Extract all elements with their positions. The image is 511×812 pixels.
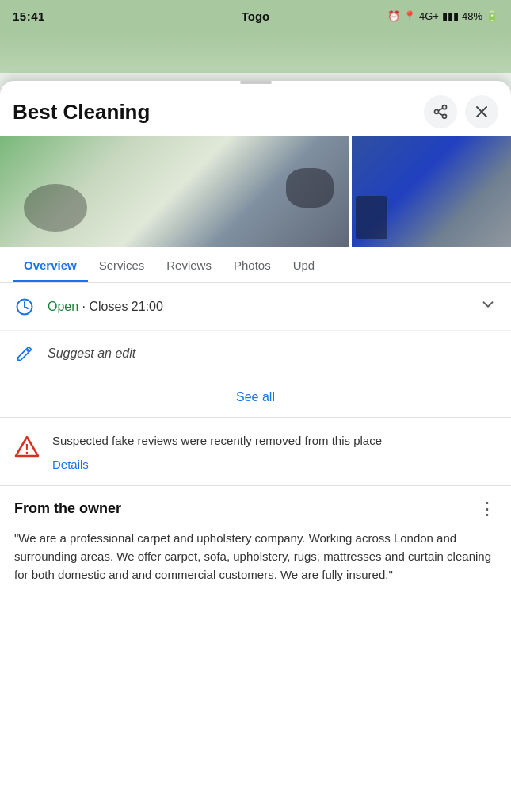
tabs: Overview Services Reviews Photos Upd — [0, 247, 511, 283]
open-status: Open — [48, 300, 78, 313]
bottom-sheet: Best Cleaning — [0, 81, 511, 812]
hours-closes: Closes 21:00 — [90, 300, 163, 313]
sheet-header: Best Cleaning — [0, 84, 511, 136]
hours-row[interactable]: Open · Closes 21:00 — [0, 283, 511, 331]
tab-photos[interactable]: Photos — [223, 247, 282, 282]
battery-text: 48% — [462, 10, 482, 22]
close-icon — [475, 105, 489, 119]
share-icon — [433, 104, 448, 120]
map-area — [0, 32, 511, 73]
owner-section: From the owner ⋮ "We are a professional … — [0, 486, 511, 599]
see-all-row[interactable]: See all — [0, 377, 511, 418]
clock-icon — [14, 297, 35, 317]
svg-point-0 — [443, 105, 447, 109]
share-button[interactable] — [424, 95, 457, 128]
header-actions — [424, 95, 498, 128]
warning-section: ! Suspected fake reviews were recently r… — [0, 418, 511, 486]
signal-text: 4G+ — [419, 10, 439, 22]
pencil-icon — [14, 343, 35, 364]
svg-line-3 — [438, 113, 443, 115]
status-time: 15:41 — [13, 10, 45, 23]
suggest-edit-row[interactable]: Suggest an edit — [0, 331, 511, 377]
hours-content: Open · Closes 21:00 — [48, 300, 467, 314]
owner-header: From the owner ⋮ — [14, 500, 497, 518]
alarm-icon: ⏰ — [387, 10, 400, 22]
owner-body-text: "We are a professional carpet and uphols… — [14, 529, 497, 584]
svg-point-2 — [443, 114, 447, 118]
see-all-link[interactable]: See all — [236, 390, 275, 404]
suggest-edit-label: Suggest an edit — [48, 347, 135, 360]
status-icons: ⏰ 📍 4G+ ▮▮▮ 48% 🔋 — [387, 10, 498, 22]
suggest-edit-text: Suggest an edit — [48, 347, 497, 361]
warning-triangle-icon: ! — [14, 434, 40, 459]
tab-updates[interactable]: Upd — [282, 247, 326, 282]
tab-reviews[interactable]: Reviews — [155, 247, 223, 282]
photo-side[interactable] — [352, 136, 511, 247]
owner-title: From the owner — [14, 500, 121, 517]
more-options-button[interactable]: ⋮ — [479, 500, 497, 518]
tab-overview[interactable]: Overview — [13, 247, 88, 282]
business-title: Best Cleaning — [13, 100, 424, 124]
photos-strip[interactable] — [0, 136, 511, 247]
hours-dot: · — [82, 300, 86, 313]
svg-text:!: ! — [25, 442, 29, 456]
warning-content: Suspected fake reviews were recently rem… — [52, 432, 497, 471]
photo-main[interactable] — [0, 136, 349, 247]
warning-details-link[interactable]: Details — [52, 458, 497, 471]
close-button[interactable] — [465, 95, 498, 128]
svg-point-1 — [435, 110, 439, 114]
svg-line-4 — [438, 108, 443, 110]
status-bar: 15:41 Togo ⏰ 📍 4G+ ▮▮▮ 48% 🔋 — [0, 0, 511, 32]
location-icon: 📍 — [403, 10, 416, 22]
chevron-down-icon[interactable] — [479, 296, 497, 317]
warning-text: Suspected fake reviews were recently rem… — [52, 432, 497, 450]
battery-icon: 🔋 — [486, 10, 498, 22]
tab-services[interactable]: Services — [88, 247, 156, 282]
signal-bars-icon: ▮▮▮ — [442, 10, 459, 22]
map-label: Togo — [242, 10, 270, 23]
